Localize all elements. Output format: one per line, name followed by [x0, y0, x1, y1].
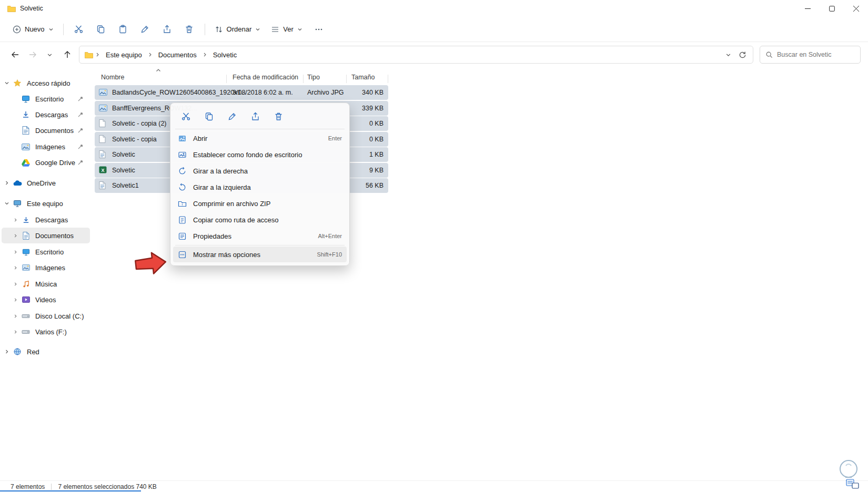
sidebar-item-pc-disco-local-c[interactable]: Disco Local (C:): [2, 308, 90, 324]
copy-button[interactable]: [90, 19, 112, 39]
sidebar-section-onedrive[interactable]: OneDrive: [2, 175, 90, 191]
sidebar-section-este-equipo[interactable]: Este equipo: [2, 196, 90, 211]
file-icon: [99, 119, 106, 127]
minimize-button[interactable]: [795, 0, 820, 17]
taskbar-window-icon: [846, 479, 860, 489]
disk-drive-icon: [21, 312, 31, 320]
chevron-down-icon[interactable]: [2, 201, 12, 206]
excel-file-icon: X: [99, 166, 107, 173]
copy-icon[interactable]: [199, 108, 218, 124]
menu-item-copiar-ruta[interactable]: Copiar como ruta de acceso: [173, 212, 347, 228]
back-button[interactable]: [6, 46, 24, 64]
column-header-date[interactable]: Fecha de modificación: [233, 74, 298, 81]
address-bar[interactable]: Este equipo Documentos Solvetic: [79, 46, 753, 64]
sort-ascending-chevron-icon: [156, 68, 161, 72]
sidebar-item-pc-imagenes[interactable]: Imágenes: [2, 260, 90, 275]
red-annotation-arrow: [134, 249, 169, 278]
paste-button[interactable]: [112, 19, 134, 39]
cut-button[interactable]: [68, 19, 90, 39]
sidebar-section-label: Acceso rápido: [27, 79, 70, 87]
sidebar-item-pc-varios-f[interactable]: Varios (F:): [2, 324, 90, 340]
view-button[interactable]: Ver: [266, 21, 308, 38]
refresh-icon[interactable]: [739, 51, 746, 59]
pin-icon: [77, 127, 84, 134]
chevron-right-icon[interactable]: [2, 180, 12, 186]
recent-locations-button[interactable]: [41, 46, 58, 64]
jpg-file-icon: [99, 89, 107, 96]
sidebar-section-red[interactable]: Red: [2, 344, 90, 360]
chevron-down-icon: [297, 27, 302, 32]
breadcrumb-item[interactable]: Solvetic: [209, 49, 241, 61]
more-options-button[interactable]: [308, 19, 330, 39]
chevron-down-icon: [255, 27, 260, 32]
titlebar: Solvetic: [0, 0, 868, 17]
sidebar-item-pc-escritorio[interactable]: Escritorio: [2, 244, 90, 260]
chevron-right-icon[interactable]: [10, 218, 21, 222]
menu-item-establecer-fondo[interactable]: Establecer como fondo de escritorio: [173, 147, 347, 162]
wallpaper-icon: [178, 150, 187, 159]
rename-button[interactable]: [134, 19, 156, 39]
chevron-down-icon[interactable]: [2, 80, 12, 86]
sidebar-item-google-drive[interactable]: Google Drive: [2, 155, 90, 170]
menu-item-abrir[interactable]: Abrir Enter: [173, 130, 347, 146]
search-box: [760, 46, 861, 64]
properties-icon: [178, 232, 187, 241]
delete-icon[interactable]: [269, 108, 288, 124]
maximize-restore-button[interactable]: [820, 0, 844, 17]
up-button[interactable]: [58, 46, 76, 64]
breadcrumb-item[interactable]: Este equipo: [102, 49, 146, 61]
share-button[interactable]: [156, 19, 178, 39]
chevron-right-icon[interactable]: [10, 282, 21, 286]
chevron-right-icon[interactable]: [10, 314, 21, 319]
document-icon: [21, 126, 31, 135]
cut-icon[interactable]: [176, 108, 195, 124]
menu-item-comprimir-zip[interactable]: Comprimir en archivo ZIP: [173, 196, 347, 211]
file-row[interactable]: BadlandsCycle_ROW12605400863_1920x1... 3…: [95, 85, 388, 100]
sort-button[interactable]: Ordenar: [209, 21, 266, 38]
new-button[interactable]: Nuevo: [7, 21, 59, 38]
forward-button[interactable]: [24, 46, 41, 64]
column-header-name[interactable]: Nombre: [101, 74, 124, 81]
sidebar-item-escritorio[interactable]: Escritorio: [2, 91, 90, 107]
sidebar-item-pc-videos[interactable]: Videos: [2, 292, 90, 308]
sidebar-item-documentos-qa[interactable]: Documentos: [2, 122, 90, 138]
column-header-size[interactable]: Tamaño: [351, 74, 375, 81]
menu-item-propiedades[interactable]: Propiedades Alt+Enter: [173, 228, 347, 244]
plus-circle-icon: [13, 25, 21, 34]
menu-separator: [175, 129, 345, 129]
address-dropdown-chevron-icon[interactable]: [725, 52, 731, 58]
document-icon: [21, 232, 31, 240]
menu-item-mostrar-mas-opciones[interactable]: Mostrar más opciones Shift+F10: [173, 247, 347, 262]
chevron-right-icon[interactable]: [10, 250, 21, 254]
share-icon[interactable]: [246, 108, 265, 124]
folder-icon: [7, 5, 16, 12]
chevron-right-icon[interactable]: [10, 298, 21, 302]
sidebar-item-descargas[interactable]: Descargas: [2, 107, 90, 122]
sidebar-item-pc-descargas[interactable]: Descargas: [2, 212, 90, 228]
search-input[interactable]: [777, 51, 853, 58]
breadcrumb-separator-icon: [201, 52, 208, 57]
videos-icon: [21, 296, 31, 303]
copy-as-path-icon: [178, 216, 187, 224]
sidebar-section-quick-access[interactable]: Acceso rápido: [2, 75, 90, 91]
menu-separator: [175, 245, 345, 245]
desktop-icon: [21, 248, 31, 256]
chevron-right-icon[interactable]: [10, 265, 21, 270]
chevron-right-icon[interactable]: [10, 233, 21, 238]
pin-icon: [77, 159, 84, 166]
delete-button[interactable]: [178, 19, 200, 39]
breadcrumb-item[interactable]: Documentos: [155, 49, 200, 61]
menu-item-girar-derecha[interactable]: Girar a la derecha: [173, 163, 347, 179]
close-button[interactable]: [844, 0, 868, 17]
menu-item-girar-izquierda[interactable]: Girar a la izquierda: [173, 179, 347, 195]
chevron-right-icon[interactable]: [10, 330, 21, 334]
selection-summary: 7 elementos seleccionados 740 KB: [58, 483, 156, 490]
network-icon: [12, 347, 23, 356]
rename-icon[interactable]: [223, 108, 241, 124]
sidebar-item-pc-documentos[interactable]: Documentos: [2, 228, 90, 243]
sidebar-item-imagenes-qa[interactable]: Imágenes: [2, 139, 90, 155]
column-header-type[interactable]: Tipo: [307, 74, 320, 81]
chevron-right-icon[interactable]: [2, 349, 12, 354]
sort-button-label: Ordenar: [227, 25, 252, 33]
sidebar-item-pc-musica[interactable]: Música: [2, 276, 90, 292]
